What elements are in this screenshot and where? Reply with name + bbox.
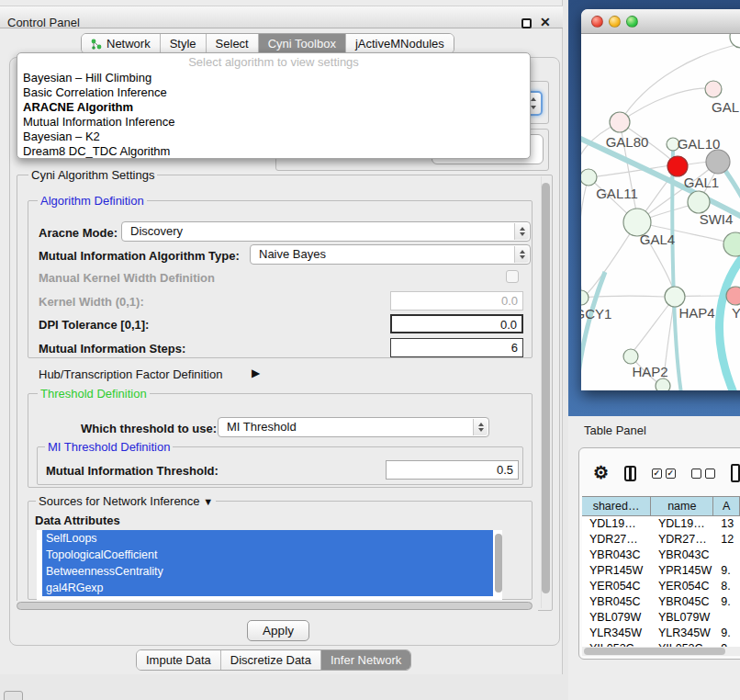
- float-window-icon[interactable]: [521, 18, 532, 28]
- network-edge[interactable]: [581, 177, 589, 290]
- deselect-all-icon[interactable]: [691, 469, 715, 479]
- table-toolbar: ⚙ ✓✓: [578, 455, 740, 491]
- table-row[interactable]: YPR145WYPR145W9.: [582, 563, 740, 579]
- mi-steps-input[interactable]: 6: [390, 338, 523, 357]
- algorithm-option[interactable]: Mutual Information Inference: [17, 115, 530, 130]
- network-node[interactable]: [688, 191, 710, 213]
- threshold-definition-title: Threshold Definition: [38, 387, 150, 401]
- bottom-tab-impute-data[interactable]: Impute Data: [137, 650, 220, 670]
- stepper-icon: [514, 246, 529, 263]
- mi-threshold-input[interactable]: 0.5: [386, 460, 519, 480]
- tab-network[interactable]: Network: [82, 34, 160, 53]
- attribute-item[interactable]: BetweennessCentrality: [42, 563, 493, 580]
- algorithm-dropdown-items: Bayesian – Hill ClimbingBasic Correlatio…: [17, 71, 530, 159]
- aracne-mode-select[interactable]: Discovery: [121, 221, 531, 242]
- manual-kernel-checkbox[interactable]: [506, 270, 519, 283]
- table-row[interactable]: YBL079WYBL079W: [582, 610, 740, 626]
- table-row[interactable]: YLR345WYLR345W9.: [582, 626, 740, 641]
- table-cell: YDL19…: [582, 516, 651, 532]
- tab-label: Network: [107, 37, 151, 51]
- dpi-tolerance-input[interactable]: 0.0: [390, 314, 523, 333]
- table-cell: YER054C: [582, 579, 651, 594]
- apply-button[interactable]: Apply: [247, 620, 309, 641]
- tab-jactivemnodules[interactable]: jActiveMNodules: [345, 34, 454, 53]
- algorithm-option[interactable]: ARACNE Algorithm: [17, 100, 530, 115]
- attributes-scrollbar[interactable]: [495, 534, 502, 593]
- bottom-left-icon[interactable]: [4, 691, 23, 700]
- settings-vscroll-thumb[interactable]: [542, 183, 550, 593]
- network-node[interactable]: [726, 287, 740, 305]
- table-cell: YBR045C: [651, 594, 713, 610]
- network-edge-weighted[interactable]: [581, 272, 605, 390]
- table-cell: [713, 548, 740, 563]
- expand-arrow-icon[interactable]: ▶: [252, 367, 260, 379]
- zoom-traffic-light-icon[interactable]: [626, 16, 638, 28]
- algorithm-option[interactable]: Dream8 DC_TDC Algorithm: [17, 144, 530, 159]
- node-label: GAL10: [678, 136, 721, 152]
- network-edge[interactable]: [620, 88, 709, 122]
- collapse-arrow-icon[interactable]: ▼: [203, 496, 213, 507]
- cyni-algorithm-settings-title: Cyni Algorithm Settings: [28, 168, 157, 182]
- control-panel-title: Control Panel: [7, 16, 80, 29]
- table-row[interactable]: YER054CYER054C8.: [582, 579, 740, 594]
- column-header[interactable]: shared…: [582, 497, 651, 515]
- tab-select[interactable]: Select: [206, 34, 258, 53]
- close-traffic-light-icon[interactable]: [591, 16, 603, 28]
- bottom-tab-discretize-data[interactable]: Discretize Data: [220, 650, 320, 670]
- document-icon[interactable]: [731, 464, 740, 482]
- mi-type-select[interactable]: Naive Bayes: [250, 244, 531, 265]
- node-label: GCY1: [581, 306, 611, 322]
- tab-cyni-toolbox[interactable]: Cyni Toolbox: [258, 34, 345, 53]
- table-row[interactable]: YDR27…YDR27…12: [582, 532, 740, 548]
- attribute-item[interactable]: gal4RGexp: [42, 580, 493, 596]
- network-node[interactable]: [610, 112, 630, 132]
- table-cell: YDL19…: [651, 516, 713, 532]
- aracne-mode-value: Discovery: [130, 224, 183, 238]
- column-header[interactable]: name: [651, 497, 713, 515]
- node-label: GAL4: [640, 231, 675, 247]
- which-threshold-select[interactable]: MI Threshold: [218, 417, 489, 437]
- network-node[interactable]: [665, 287, 685, 307]
- network-window-titlebar[interactable]: [581, 9, 740, 34]
- table-cell: YDR27…: [582, 532, 651, 548]
- algorithm-option[interactable]: Bayesian – K2: [17, 130, 530, 144]
- tab-style[interactable]: Style: [160, 34, 206, 53]
- column-header[interactable]: A: [713, 497, 740, 515]
- network-node[interactable]: [667, 156, 688, 176]
- network-edge-weighted[interactable]: [720, 254, 740, 390]
- minimize-traffic-light-icon[interactable]: [609, 16, 621, 28]
- aracne-mode-label: Aracne Mode:: [39, 226, 118, 240]
- table-cell: YBR043C: [651, 548, 713, 563]
- settings-hscroll-thumb[interactable]: [17, 602, 533, 610]
- algorithm-option[interactable]: Bayesian – Hill Climbing: [17, 71, 530, 85]
- table-row[interactable]: YDL19…YDL19…13: [582, 516, 740, 532]
- table-row[interactable]: YBR043CYBR043C: [582, 548, 740, 563]
- node-label: SWI4: [700, 211, 734, 227]
- network-node[interactable]: [623, 349, 638, 364]
- network-node[interactable]: [581, 169, 597, 186]
- gear-icon[interactable]: ⚙: [593, 464, 609, 482]
- network-canvas[interactable]: GALGAL80GAL10GAL1GAL11GAL4SWI4GCY1HAP4YH…: [581, 34, 740, 390]
- attribute-item[interactable]: TopologicalCoefficient: [42, 547, 493, 563]
- bottom-tab-infer-network[interactable]: Infer Network: [320, 650, 410, 670]
- select-all-icon[interactable]: ✓✓: [652, 469, 676, 479]
- data-attributes-list[interactable]: SelfLoopsTopologicalCoefficientBetweenne…: [37, 530, 502, 600]
- mi-type-value: Naive Bayes: [259, 247, 326, 261]
- network-node[interactable]: [705, 81, 722, 97]
- table-cell: 9.: [713, 594, 740, 610]
- kernel-width-input[interactable]: 0.0: [390, 291, 523, 310]
- network-icon: [91, 39, 102, 50]
- close-icon[interactable]: ✕: [540, 15, 551, 29]
- node-label: Y: [732, 305, 740, 321]
- algorithm-option[interactable]: Basic Correlation Inference: [17, 85, 530, 100]
- network-node[interactable]: [656, 378, 670, 390]
- table-cell: 8.: [713, 579, 740, 594]
- columns-icon[interactable]: [624, 466, 636, 481]
- network-node[interactable]: [723, 232, 740, 256]
- node-label: GAL80: [606, 134, 649, 150]
- attribute-item[interactable]: SelfLoops: [42, 530, 493, 547]
- table-row[interactable]: YBR045CYBR045C9.: [582, 594, 740, 610]
- table-hscroll-thumb[interactable]: [584, 648, 725, 655]
- tab-label: jActiveMNodules: [355, 37, 444, 51]
- network-node[interactable]: [706, 150, 730, 174]
